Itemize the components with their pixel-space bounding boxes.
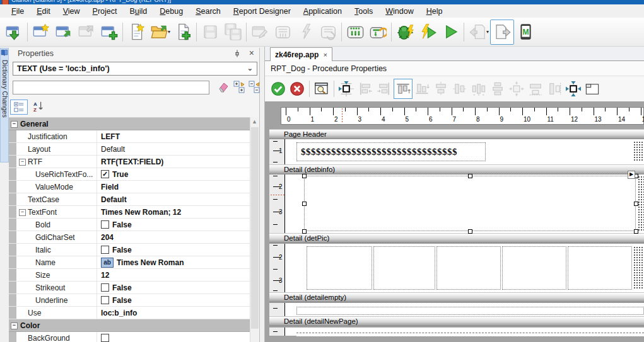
preview-button[interactable]	[312, 79, 331, 99]
property-value[interactable]: loc:b_info	[97, 307, 250, 319]
synchronize-button[interactable]	[317, 20, 339, 44]
center-horizontally-button[interactable]	[431, 79, 450, 99]
clear-filter-button[interactable]	[217, 81, 230, 93]
selection-handle[interactable]	[468, 174, 472, 178]
edit-window-button[interactable]	[249, 20, 271, 44]
tab-zk46rep-app[interactable]: zk46rep.app ×	[270, 47, 332, 62]
sidebar-tab-dictionary-changes[interactable]: Dictionary Changes	[0, 48, 9, 162]
checkbox-unchecked-icon[interactable]	[101, 334, 109, 342]
menu-report-designer[interactable]: Report Designer	[227, 6, 297, 17]
image-placeholder-2[interactable]	[373, 246, 435, 290]
expand-all-button[interactable]	[233, 81, 246, 93]
generate-all-button[interactable]	[344, 20, 366, 44]
menu-application[interactable]: Application	[297, 6, 348, 17]
property-value[interactable]: LEFT	[97, 130, 250, 142]
menu-edit[interactable]: Edit	[30, 6, 57, 17]
add-source-button[interactable]	[172, 20, 194, 44]
band-header-detailnewpage[interactable]: Detail (detailNewPage)	[269, 316, 644, 326]
property-row-size[interactable]: Size12	[9, 269, 250, 282]
property-row-underline[interactable]: UnderlineFalse	[9, 294, 250, 307]
checkbox-unchecked-icon[interactable]	[101, 283, 109, 292]
pin-icon[interactable]	[233, 49, 242, 58]
image-placeholder-1[interactable]	[307, 246, 372, 290]
image-placeholder-3[interactable]	[436, 246, 501, 290]
close-application-button[interactable]	[75, 20, 98, 44]
center-in-band-button[interactable]	[564, 79, 583, 99]
collapse-icon[interactable]: −	[19, 209, 26, 216]
property-value[interactable]: Default	[97, 193, 250, 205]
property-row-gdicharset[interactable]: GdiCharSet204	[9, 231, 250, 244]
spread-button[interactable]	[507, 79, 526, 99]
selected-text-control[interactable]	[304, 176, 636, 231]
band-header-detbinfo[interactable]: Detail (detbinfo)	[269, 164, 644, 174]
new-application-button[interactable]	[30, 20, 52, 44]
selection-handle[interactable]	[302, 174, 307, 178]
menu-tools[interactable]: Tools	[348, 6, 379, 17]
close-icon[interactable]: ×	[249, 48, 254, 58]
tab-close-icon[interactable]: ×	[323, 51, 327, 59]
band-header-pageheader[interactable]: Page Header	[269, 129, 644, 139]
panel-splitter[interactable]	[260, 47, 265, 342]
cancel-button[interactable]	[288, 79, 307, 99]
selection-handle[interactable]	[634, 202, 638, 206]
property-grid-scrollbar[interactable]: ▲	[250, 117, 259, 342]
property-row-name[interactable]: NameabTimes New Roman	[9, 256, 250, 269]
selection-handle[interactable]	[634, 229, 638, 234]
align-left-button[interactable]	[356, 79, 375, 99]
open-file-button[interactable]	[148, 20, 170, 44]
generate-refresh-button[interactable]	[366, 20, 389, 44]
property-row-rtf[interactable]: −RTFRTF(TEXT:FIELD)	[9, 156, 250, 168]
property-value[interactable]: Times New Roman; 12	[97, 206, 250, 218]
checkbox-unchecked-icon[interactable]	[101, 220, 109, 229]
quick-run-button[interactable]	[294, 20, 317, 44]
categorized-view-button[interactable]	[10, 100, 28, 115]
property-value[interactable]: False	[97, 244, 250, 256]
add-application-button[interactable]	[98, 20, 120, 44]
selection-handle[interactable]	[302, 202, 307, 206]
property-value[interactable]: Field	[97, 181, 250, 193]
band-content-detailempty[interactable]	[269, 303, 644, 316]
center-vertically-button[interactable]	[450, 79, 469, 99]
property-row-italic[interactable]: ItalicFalse	[9, 244, 250, 256]
debug-button[interactable]	[394, 20, 416, 44]
align-to-grid-button[interactable]	[337, 79, 356, 99]
collapse-icon[interactable]: −	[19, 159, 26, 166]
property-value[interactable]: RTF(TEXT:FIELD)	[97, 156, 250, 168]
nav-back-button[interactable]	[466, 20, 489, 44]
mobile-button[interactable]: M	[514, 20, 537, 44]
generate-button[interactable]	[271, 20, 294, 44]
space-horizontally-button[interactable]	[469, 79, 488, 99]
property-value[interactable]: False	[97, 219, 250, 231]
property-row-layout[interactable]: LayoutDefault	[9, 143, 250, 156]
new-source-button[interactable]	[125, 20, 148, 44]
property-value[interactable]: Default	[97, 143, 250, 155]
collapse-all-button[interactable]	[249, 81, 261, 93]
accept-button[interactable]	[269, 79, 288, 99]
run-with-debug-button[interactable]	[416, 20, 439, 44]
property-value[interactable]: 204	[97, 231, 250, 243]
property-row-userichtextfo-[interactable]: UseRichTextFo...✓True	[9, 168, 250, 181]
band-content-detailnewpage[interactable]	[269, 328, 644, 336]
menu-file[interactable]: File	[5, 6, 30, 17]
empty-detail-strip[interactable]	[296, 307, 644, 315]
nav-forward-button[interactable]	[490, 20, 514, 45]
property-row-textcase[interactable]: TextCaseDefault	[9, 193, 250, 206]
generate-and-run-button[interactable]	[3, 20, 25, 44]
image-placeholder-4[interactable]	[502, 246, 566, 290]
align-right-button[interactable]	[375, 79, 394, 99]
menu-build[interactable]: Build	[124, 6, 154, 17]
scroll-up-icon[interactable]: ▲	[250, 117, 259, 127]
open-application-button[interactable]	[52, 20, 75, 44]
property-value[interactable]: ✓True	[97, 168, 250, 180]
image-placeholder-5[interactable]	[568, 246, 632, 290]
menu-search[interactable]: Search	[189, 6, 227, 17]
property-row-use[interactable]: Useloc:b_info	[9, 307, 250, 319]
band-content-detbinfo[interactable]: 23▶	[269, 174, 644, 233]
property-row-strikeout[interactable]: StrikeoutFalse	[9, 282, 250, 294]
save-button[interactable]	[199, 20, 221, 44]
space-vertically-button[interactable]	[488, 79, 507, 99]
property-value[interactable]: 12	[97, 269, 250, 281]
collapse-icon[interactable]: −	[11, 322, 18, 329]
property-row-textfont[interactable]: −TextFontTimes New Roman; 12	[9, 206, 250, 219]
band-content-pageheader[interactable]: 1$$$$$$$$$$$$$$$$$$$$$$$$$$$$$$$	[269, 139, 644, 164]
